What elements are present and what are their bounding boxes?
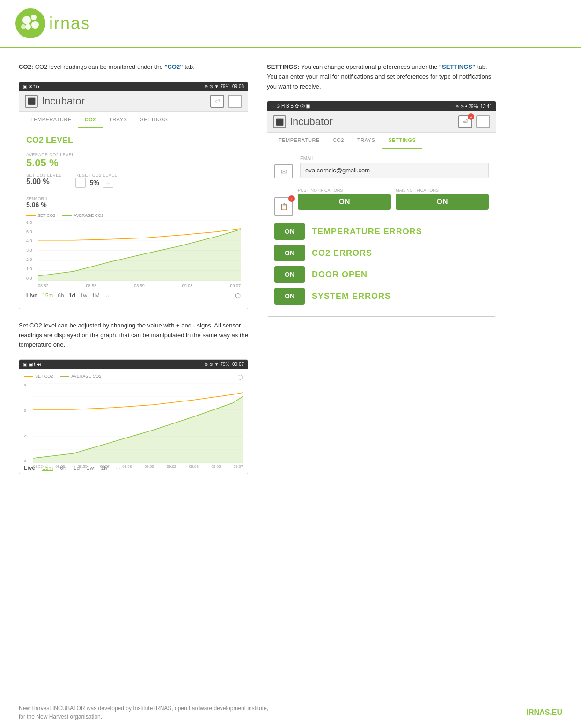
- settings-highlight: "SETTINGS": [439, 63, 475, 70]
- notif-row-co2: ON CO2 ERRORS: [274, 245, 489, 261]
- status-bar-right-3: ⊖ ⊙ ⁴ 29% 13:41: [455, 104, 492, 109]
- logo-text: irnas: [49, 14, 90, 33]
- notif-badge: 1: [288, 195, 295, 202]
- tab-trays-3[interactable]: TRAYS: [351, 133, 382, 149]
- svg-marker-21: [33, 396, 243, 463]
- tab-trays-1[interactable]: TRAYS: [103, 112, 133, 128]
- nav-1d-1[interactable]: 1d: [69, 292, 75, 299]
- status-bar-1: ▣ ✉ t ⏭ ⊖ ⊙ ▼ 79% 09:08: [19, 82, 248, 91]
- logo-letter-rnas: rnas: [54, 14, 90, 33]
- phone-header-1: ⬛ Incubator ⏎: [19, 91, 248, 112]
- chart-x-labels-1: 08:52 08:55 08:59 09:03 09:07: [26, 283, 241, 288]
- chart-container-1: 6.0 5.0 4.0 3.0 2.0 1.0 0.0: [26, 220, 241, 281]
- nav-live-1[interactable]: Live: [26, 292, 37, 299]
- sensor-value: 5.06 %: [26, 201, 241, 208]
- status-bar-left-3: ··· ⊙ H B B ✿ ⓟ ▣: [271, 103, 310, 110]
- expand-icon-1[interactable]: ⬡: [235, 292, 241, 299]
- logo: irnas: [14, 7, 90, 40]
- plus-btn[interactable]: +: [103, 178, 113, 188]
- temperature-errors-label: TEMPERATURE ERRORS: [312, 227, 422, 237]
- legend-set-label: SET CO2: [37, 213, 55, 218]
- svg-point-1: [22, 16, 31, 24]
- phone-title-1: ⬛ Incubator: [25, 95, 85, 108]
- mail-notif-label: MAIL NOTIFICATIONS: [396, 188, 489, 193]
- system-errors-btn[interactable]: ON: [274, 288, 305, 305]
- big-chart-svg: [33, 383, 243, 463]
- legend-avg-co2: AVERAGE CO2: [62, 213, 103, 218]
- set-co2-value: 5.00 %: [26, 178, 61, 186]
- settings-content: ✉ EMAIL eva.cerncic@gmail.com 📋 1 PUSH N…: [267, 149, 496, 316]
- status-bar-left-2: ▣ ▣ t ⏭: [23, 362, 41, 367]
- door-open-label: DOOR OPEN: [312, 270, 368, 280]
- co2-instruction: CO2: CO2 level readings can be monitored…: [19, 62, 248, 72]
- chart-y-labels-1: 6.0 5.0 4.0 3.0 2.0 1.0 0.0: [26, 220, 38, 281]
- email-field-value[interactable]: eva.cerncic@gmail.com: [300, 163, 489, 178]
- phone-mockup-1: ▣ ✉ t ⏭ ⊖ ⊙ ▼ 79% 09:08 ⬛ Incubator ⏎ TE…: [19, 82, 248, 309]
- door-open-btn[interactable]: ON: [274, 266, 305, 283]
- big-legend-avg-label: AVERAGE CO2: [71, 374, 101, 379]
- set-co2-label: SET CO2 LEVEL: [26, 173, 61, 178]
- big-chart-container: SET CO2 AVERAGE CO2 ⬡ 6 3: [19, 369, 248, 462]
- left-column: CO2: CO2 level readings can be monitored…: [19, 62, 248, 486]
- status-bar-3: ··· ⊙ H B B ✿ ⓟ ▣ ⊖ ⊙ ⁴ 29% 13:41: [267, 101, 496, 111]
- header-btn-sq-1[interactable]: [228, 95, 242, 108]
- push-notif-btn[interactable]: ON: [298, 194, 391, 210]
- header-icons-1: ⏎: [210, 95, 242, 108]
- status-bar-right-2: ⊖ ⊙ ▼ 79% 09:07: [204, 362, 244, 367]
- co2-errors-label: CO2 ERRORS: [312, 248, 372, 258]
- co2-label: CO2:: [19, 63, 33, 70]
- big-legend-avg: AVERAGE CO2: [60, 374, 101, 379]
- tab-settings-3[interactable]: SETTINGS: [382, 133, 422, 149]
- tab-co2-3[interactable]: CO2: [326, 133, 351, 149]
- avg-co2-label: AVERAGE CO2 LEVEL: [26, 152, 241, 157]
- tab-temperature-1[interactable]: TEMPERATURE: [24, 112, 78, 128]
- logo-icon: [14, 7, 47, 40]
- co2-level-title: CO2 LEVEL: [26, 135, 241, 145]
- header-btn-forward-3[interactable]: ⏎ 4: [458, 115, 472, 128]
- push-notif-toggle: PUSH NOTIFICATIONS ON: [298, 188, 391, 210]
- phone-tabs-1: TEMPERATURE CO2 TRAYS SETTINGS: [19, 112, 248, 128]
- legend-set-co2: SET CO2: [26, 213, 55, 218]
- big-legend-avg-line: [60, 376, 69, 377]
- tab-temperature-3[interactable]: TEMPERATURE: [272, 133, 326, 149]
- phone-mockup-3: ··· ⊙ H B B ✿ ⓟ ▣ ⊖ ⊙ ⁴ 29% 13:41 ⬛ Incu…: [267, 101, 496, 317]
- header-btn-sq-3[interactable]: [476, 115, 490, 128]
- legend-avg-label: AVERAGE CO2: [74, 213, 103, 218]
- legend-avg-line: [62, 215, 72, 216]
- avg-co2-value: 5.05 %: [26, 157, 241, 169]
- sensor-label: SENSOR 1: [26, 196, 241, 201]
- nav-more-1[interactable]: ···: [104, 292, 109, 299]
- nav-6h-1[interactable]: 6h: [58, 292, 64, 299]
- status-bar-right-1: ⊖ ⊙ ▼ 79% 09:08: [204, 84, 244, 89]
- header-icons-3: ⏎ 4: [458, 115, 490, 128]
- nav-1w-1[interactable]: 1w: [80, 292, 87, 299]
- phone-header-3: ⬛ Incubator ⏎ 4: [267, 111, 496, 133]
- big-expand-icon[interactable]: ⬡: [237, 373, 243, 381]
- temperature-errors-btn[interactable]: ON: [274, 223, 305, 240]
- nav-15m-1[interactable]: 15m: [42, 292, 53, 299]
- logo-letter-i: i: [49, 14, 54, 33]
- settings-instruction: SETTINGS: You can change operational pre…: [267, 62, 496, 91]
- notifications-section: 📋 1 PUSH NOTIFICATIONS ON MAIL NOTIFICAT…: [274, 188, 489, 216]
- notif-row-door: ON DOOR OPEN: [274, 266, 489, 283]
- co2-instruction-text2: tab.: [183, 63, 195, 70]
- header-btn-forward-1[interactable]: ⏎: [210, 95, 224, 108]
- tab-settings-1[interactable]: SETTINGS: [133, 112, 174, 128]
- footer-link[interactable]: IRNAS.EU: [527, 708, 562, 717]
- incubator-icon-3: ⬛: [273, 115, 286, 128]
- email-field-container: EMAIL eva.cerncic@gmail.com: [300, 156, 489, 178]
- badge-4: 4: [468, 113, 474, 120]
- push-notif-label: PUSH NOTIFICATIONS: [298, 188, 391, 193]
- co2-errors-btn[interactable]: ON: [274, 245, 305, 261]
- tab-co2-1[interactable]: CO2: [78, 112, 103, 128]
- email-field-label: EMAIL: [300, 156, 489, 161]
- mail-notif-btn[interactable]: ON: [396, 194, 489, 210]
- svg-point-5: [21, 24, 26, 29]
- settings-label: SETTINGS:: [267, 63, 299, 70]
- phone-title-3: ⬛ Incubator: [273, 115, 333, 128]
- nav-1m-1[interactable]: 1M: [92, 292, 100, 299]
- co2-instruction-text: CO2 level readings can be monitored unde…: [33, 63, 164, 70]
- minus-btn[interactable]: −: [75, 178, 86, 188]
- mail-notif-toggle: MAIL NOTIFICATIONS ON: [396, 188, 489, 210]
- legend-set-line: [26, 215, 36, 216]
